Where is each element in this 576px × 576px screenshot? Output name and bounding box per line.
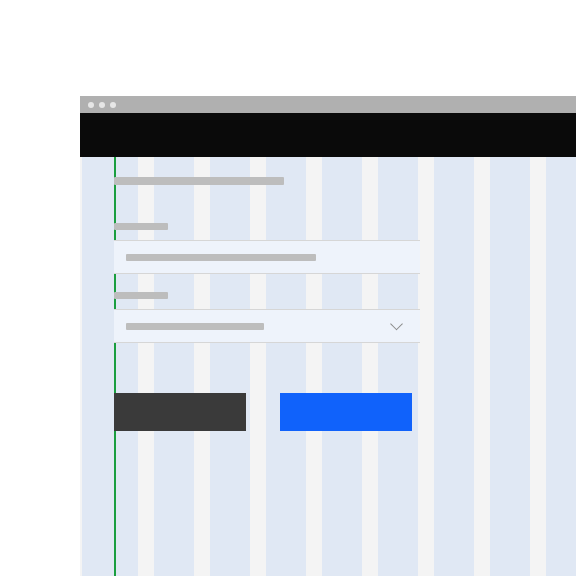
app-window [80,96,576,576]
field-1-label-text [114,223,115,224]
secondary-button[interactable] [114,393,246,431]
field-1-value-placeholder [126,254,316,261]
field-1 [114,223,420,274]
field-2-select[interactable] [114,309,420,343]
field-2-value-placeholder [126,323,264,330]
form-heading-text [114,177,115,178]
form-heading [114,177,284,185]
primary-button[interactable] [280,393,412,431]
button-row [114,393,420,431]
field-1-label [114,223,168,230]
chevron-down-icon [392,320,402,330]
field-2-label [114,292,168,299]
secondary-button-label [114,393,115,394]
field-2 [114,292,420,343]
zoom-icon[interactable] [110,102,116,108]
app-topbar [80,113,576,157]
field-2-label-text [114,292,115,293]
window-titlebar [80,96,576,113]
primary-button-label [280,393,281,394]
minimize-icon[interactable] [99,102,105,108]
close-icon[interactable] [88,102,94,108]
field-1-input[interactable] [114,240,420,274]
form-panel [114,177,420,431]
